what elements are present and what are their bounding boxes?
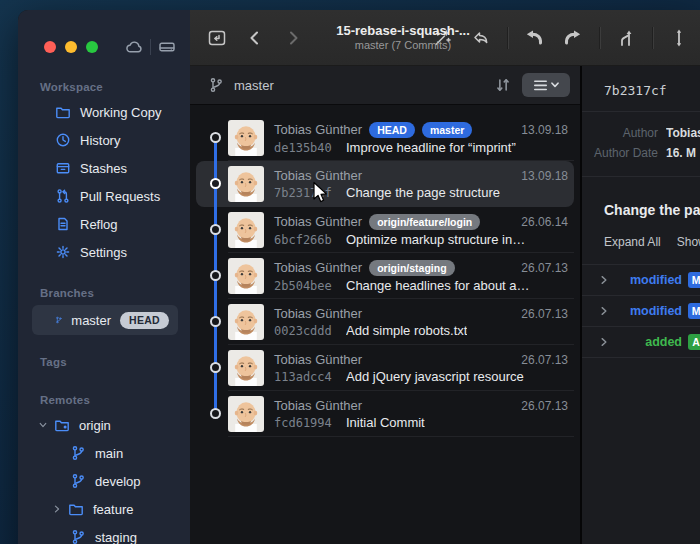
- app-window: WorkspaceWorking CopyHistoryStashesPull …: [18, 10, 700, 544]
- sidebar-titlebar: [18, 10, 190, 72]
- folder-icon: [55, 104, 71, 120]
- drive-icon[interactable]: [158, 38, 176, 56]
- traffic-lights: [44, 41, 98, 53]
- sidebar-item-label: staging: [95, 530, 137, 544]
- sidebar-item-pull-requests[interactable]: Pull Requests: [18, 182, 190, 210]
- disclosure-chevron-icon[interactable]: [598, 305, 610, 317]
- meta-field-value: Tobias Günther: [666, 123, 700, 143]
- sidebar-item-origin[interactable]: origin: [18, 411, 190, 439]
- fetch-arrow-icon[interactable]: [666, 26, 692, 50]
- show-all-button[interactable]: Show All: [677, 235, 700, 249]
- commit-hash: 113adcc4: [274, 370, 338, 384]
- changed-file-row[interactable]: modifiedM: [582, 296, 700, 327]
- sidebar-item-settings[interactable]: Settings: [18, 238, 190, 266]
- commit-date: 26.07.13: [521, 353, 580, 367]
- branch-icon: [55, 312, 62, 328]
- sidebar-item-label: Reflog: [80, 217, 118, 232]
- minimize-button[interactable]: [65, 41, 77, 53]
- commit-message: Initial Commit: [346, 415, 425, 430]
- commit-row[interactable]: Tobias Günther13.09.187b2317cfChange the…: [190, 161, 580, 207]
- avatar: [228, 304, 264, 340]
- expand-all-button[interactable]: Expand All: [604, 235, 661, 249]
- changed-file-row[interactable]: addedA: [582, 327, 700, 358]
- commit-row[interactable]: Tobias GüntherHEADmaster13.09.18de135b40…: [190, 115, 580, 161]
- content: master Tobias GüntherHEADmaster13.09.18d…: [190, 66, 700, 544]
- commit-graph-node: [210, 224, 221, 235]
- sidebar-sections: WorkspaceWorking CopyHistoryStashesPull …: [18, 72, 190, 544]
- push-arrow-icon[interactable]: [560, 26, 586, 50]
- commit-message: Add jQuery javascript resource: [346, 369, 524, 384]
- open-repo-icon[interactable]: [204, 26, 230, 50]
- sidebar-item-staging[interactable]: staging: [18, 523, 190, 544]
- chevron-right-icon[interactable]: [52, 504, 62, 514]
- commit-row[interactable]: Tobias Günther26.07.130023cdddAdd simple…: [190, 299, 580, 345]
- forward-chevron-icon[interactable]: [280, 26, 306, 50]
- commit-author: Tobias Günther: [274, 168, 362, 183]
- sidebar-item-develop[interactable]: develop: [18, 467, 190, 495]
- cloud-icon[interactable]: [125, 38, 143, 56]
- gear-icon: [55, 244, 71, 260]
- sidebar-item-master[interactable]: masterHEAD: [32, 305, 178, 335]
- meta-field-row: Author Date16. M: [582, 143, 700, 163]
- remote-icon: [54, 417, 70, 433]
- commit-message: Add simple robots.txt: [346, 323, 467, 338]
- zoom-button[interactable]: [86, 41, 98, 53]
- sidebar-item-label: feature: [93, 502, 133, 517]
- commit-row[interactable]: Tobias Güntherorigin/staging26.07.132b50…: [190, 253, 580, 299]
- sidebar-item-feature[interactable]: feature: [18, 495, 190, 523]
- changed-file-row[interactable]: modifiedM: [582, 265, 700, 296]
- pull-arrow-icon[interactable]: [521, 26, 547, 50]
- divider: [599, 27, 600, 49]
- sidebar-item-working-copy[interactable]: Working Copy: [18, 98, 190, 126]
- back-chevron-icon[interactable]: [242, 26, 268, 50]
- merge-branch-icon[interactable]: [613, 26, 639, 50]
- reflog-icon: [55, 216, 71, 232]
- commit-date: 13.09.18: [521, 169, 580, 183]
- commit-hash: 0023cddd: [274, 324, 338, 338]
- disclosure-chevron-icon[interactable]: [598, 336, 610, 348]
- commit-date: 26.07.13: [521, 399, 580, 413]
- sidebar-item-reflog[interactable]: Reflog: [18, 210, 190, 238]
- file-status-badge: M: [688, 303, 700, 319]
- commit-row[interactable]: Tobias Günther26.07.13fcd61994Initial Co…: [190, 391, 580, 437]
- close-button[interactable]: [44, 41, 56, 53]
- branch-icon: [70, 473, 86, 489]
- main-area: 15-rebase-i-squash-... master (7 Commits…: [190, 10, 700, 544]
- commit-row[interactable]: Tobias Güntherorigin/feature/login26.06.…: [190, 207, 580, 253]
- sidebar-item-label: develop: [95, 474, 141, 489]
- commit-date: 26.06.14: [521, 215, 580, 229]
- commits-panel: master Tobias GüntherHEADmaster13.09.18d…: [190, 66, 582, 544]
- ref-badge: HEAD: [369, 122, 415, 138]
- pull-request-icon: [55, 188, 71, 204]
- sidebar-item-history[interactable]: History: [18, 126, 190, 154]
- ref-badge: master: [422, 122, 472, 138]
- folder-icon: [68, 501, 84, 517]
- commit-list: Tobias GüntherHEADmaster13.09.18de135b40…: [190, 105, 580, 544]
- file-status-badge: A: [688, 334, 700, 350]
- view-mode-dropdown[interactable]: [522, 73, 570, 97]
- file-status-label: modified: [630, 273, 688, 287]
- avatar: [228, 120, 264, 156]
- commit-author: Tobias Günther: [274, 398, 362, 413]
- ref-badge: origin/staging: [369, 260, 454, 276]
- commit-graph-node: [210, 178, 221, 189]
- commit-meta-fields: AuthorTobias GüntherAuthor Date16. M: [582, 112, 700, 177]
- repo-subtitle: master (7 Commits): [318, 39, 488, 53]
- commit-message: Change the page structure: [346, 185, 500, 200]
- commit-hash-header: 7b2317cf: [582, 66, 700, 112]
- commit-message: Optimize markup structure in…: [346, 232, 525, 247]
- sidebar: WorkspaceWorking CopyHistoryStashesPull …: [18, 10, 190, 544]
- commit-hash: 7b2317cf: [274, 186, 338, 200]
- commit-author: Tobias Günther: [274, 122, 362, 137]
- commit-hash: 6bcf266b: [274, 233, 338, 247]
- head-badge: HEAD: [120, 312, 169, 329]
- disclosure-chevron-icon[interactable]: [598, 274, 610, 286]
- compare-icon[interactable]: [494, 76, 512, 94]
- file-status-badge: M: [688, 272, 700, 288]
- sidebar-item-stashes[interactable]: Stashes: [18, 154, 190, 182]
- commit-author: Tobias Günther: [274, 260, 362, 275]
- commit-row[interactable]: Tobias Günther26.07.13113adcc4Add jQuery…: [190, 345, 580, 391]
- commit-hash: fcd61994: [274, 416, 338, 430]
- chevron-down-icon[interactable]: [38, 420, 48, 430]
- sidebar-item-main[interactable]: main: [18, 439, 190, 467]
